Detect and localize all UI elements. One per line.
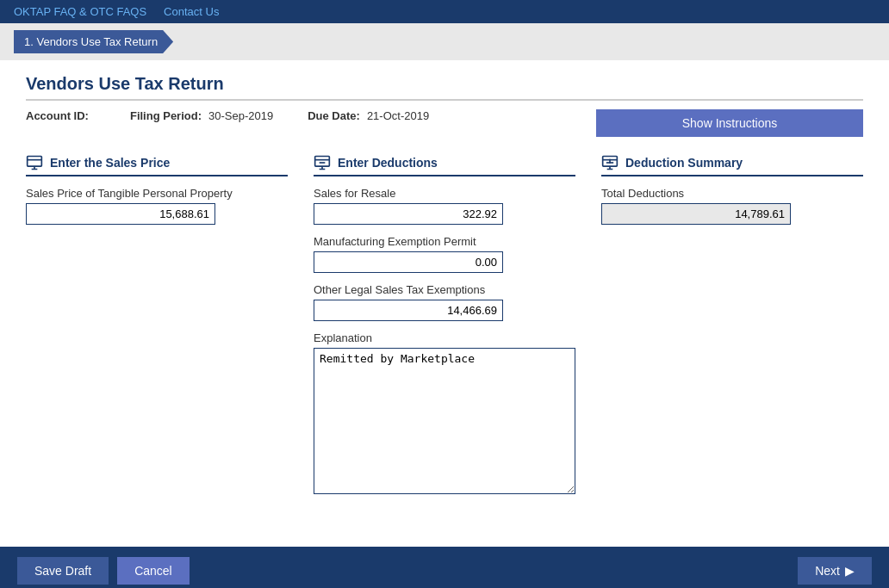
filing-period-field: Filing Period: 30-Sep-2019 [130, 109, 273, 122]
sales-price-field-group: Sales Price of Tangible Personal Propert… [26, 187, 288, 225]
explanation-label: Explanation [314, 331, 575, 344]
header-meta-row: Account ID: Filing Period: 30-Sep-2019 D… [26, 109, 863, 137]
right-meta: Show Instructions [596, 109, 863, 137]
sales-resale-label: Sales for Resale [314, 187, 575, 200]
due-date-value: 21-Oct-2019 [367, 109, 429, 122]
section-summary: Deduction Summary Total Deductions [601, 154, 863, 235]
bottom-left-actions: Save Draft Cancel [17, 557, 190, 585]
sections-row: Enter the Sales Price Sales Price of Tan… [26, 154, 863, 507]
section-deductions-header: Enter Deductions [314, 154, 575, 176]
other-exemptions-input[interactable] [314, 300, 503, 321]
page-title: Vendors Use Tax Return [26, 74, 863, 101]
section-deductions-title: Enter Deductions [338, 156, 438, 170]
section-sales-title: Enter the Sales Price [50, 156, 170, 170]
sales-resale-field-group: Sales for Resale [314, 187, 575, 225]
filing-period-value: 30-Sep-2019 [208, 109, 273, 122]
section-sales-price: Enter the Sales Price Sales Price of Tan… [26, 154, 288, 235]
sales-price-input[interactable] [26, 203, 215, 225]
account-id-field: Account ID: [26, 109, 96, 122]
bottom-action-bar: Save Draft Cancel Next ▶ [0, 547, 889, 588]
explanation-textarea[interactable]: Remitted by Marketplace [314, 348, 575, 494]
svg-rect-2 [315, 157, 330, 167]
breadcrumb-step-1[interactable]: 1. Vendors Use Tax Return [14, 30, 173, 53]
next-button[interactable]: Next ▶ [798, 557, 872, 585]
svg-rect-0 [28, 157, 42, 167]
mfg-exemption-field-group: Manufacturing Exemption Permit [314, 235, 575, 273]
section-sales-header: Enter the Sales Price [26, 154, 288, 176]
cart-icon [26, 154, 43, 171]
summary-icon [601, 154, 619, 171]
nav-link-faq[interactable]: OKTAP FAQ & OTC FAQS [14, 5, 146, 18]
mfg-exemption-label: Manufacturing Exemption Permit [314, 235, 575, 248]
deductions-icon [314, 154, 331, 171]
save-draft-button[interactable]: Save Draft [17, 557, 109, 585]
explanation-field-group: Explanation Remitted by Marketplace [314, 331, 575, 497]
top-nav: OKTAP FAQ & OTC FAQS Contact Us [0, 0, 889, 23]
due-date-label: Due Date: [308, 109, 360, 122]
total-deductions-field-group: Total Deductions [601, 187, 863, 225]
next-arrow-icon: ▶ [845, 564, 855, 578]
due-date-field: Due Date: 21-Oct-2019 [308, 109, 429, 122]
section-summary-title: Deduction Summary [625, 156, 743, 170]
filing-period-label: Filing Period: [130, 109, 202, 122]
sales-resale-input[interactable] [314, 203, 503, 225]
main-content: Vendors Use Tax Return Account ID: Filin… [0, 60, 889, 521]
total-deductions-label: Total Deductions [601, 187, 863, 200]
other-exemptions-label: Other Legal Sales Tax Exemptions [314, 283, 575, 296]
cancel-button[interactable]: Cancel [117, 557, 190, 585]
show-instructions-button[interactable]: Show Instructions [596, 109, 863, 137]
header-fields: Account ID: Filing Period: 30-Sep-2019 D… [26, 109, 579, 122]
mfg-exemption-input[interactable] [314, 251, 503, 273]
section-deductions: Enter Deductions Sales for Resale Manufa… [314, 154, 575, 507]
nav-link-contact[interactable]: Contact Us [164, 5, 219, 18]
section-summary-header: Deduction Summary [601, 154, 863, 176]
other-exemptions-field-group: Other Legal Sales Tax Exemptions [314, 283, 575, 321]
sales-price-label: Sales Price of Tangible Personal Propert… [26, 187, 288, 200]
breadcrumb-bar: 1. Vendors Use Tax Return [0, 23, 889, 60]
next-label: Next [815, 564, 840, 578]
total-deductions-input [601, 203, 791, 225]
account-id-label: Account ID: [26, 109, 89, 122]
